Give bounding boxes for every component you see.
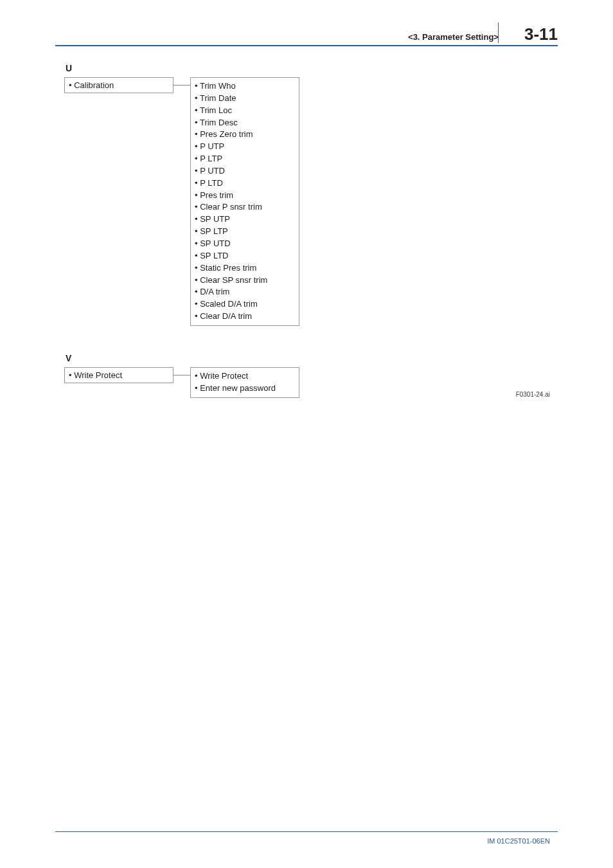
section-u-label: U: [66, 63, 299, 73]
list-item: • Clear SP snsr trim: [195, 275, 295, 287]
list-item: • SP LTD: [195, 250, 295, 262]
list-item: • P LTP: [195, 153, 295, 165]
figure-reference: F0301-24.ai: [516, 391, 550, 398]
write-protect-box: • Write Protect: [64, 367, 173, 383]
calibration-box: • Calibration: [64, 77, 173, 93]
list-item: • Clear P snsr trim: [195, 201, 295, 213]
page-number: 3-11: [524, 24, 558, 44]
list-item: • Trim Loc: [195, 105, 295, 117]
header-separator: [498, 23, 499, 43]
list-item: • P LTD: [195, 177, 295, 190]
list-item: • Trim Desc: [195, 117, 295, 129]
write-protect-children: • Write Protect • Enter new password: [190, 367, 299, 398]
list-item: • D/A trim: [195, 286, 295, 298]
list-item: • SP UTP: [195, 213, 295, 226]
calibration-children: • Trim Who • Trim Date • Trim Loc • Trim…: [190, 77, 299, 326]
list-item: • Enter new password: [195, 383, 295, 395]
list-item: • SP LTP: [195, 226, 295, 238]
header-underline: [55, 45, 558, 46]
footer-line: [55, 831, 558, 832]
list-item: • Static Pres trim: [195, 262, 295, 275]
list-item: • P UTP: [195, 141, 295, 153]
list-item: • Trim Who: [195, 80, 295, 93]
list-item: • Trim Date: [195, 93, 295, 105]
list-item: • Pres trim: [195, 190, 295, 202]
list-item: • Pres Zero trim: [195, 129, 295, 141]
list-item: • Scaled D/A trim: [195, 298, 295, 311]
list-item: • SP UTD: [195, 238, 295, 250]
breadcrumb: <3. Parameter Setting>: [408, 32, 499, 42]
list-item: • P UTD: [195, 165, 295, 177]
footer-doc-id: IM 01C25T01-06EN: [487, 837, 550, 845]
list-item: • Clear D/A trim: [195, 311, 295, 323]
list-item: • Write Protect: [195, 370, 295, 383]
section-v-label: V: [66, 353, 299, 363]
